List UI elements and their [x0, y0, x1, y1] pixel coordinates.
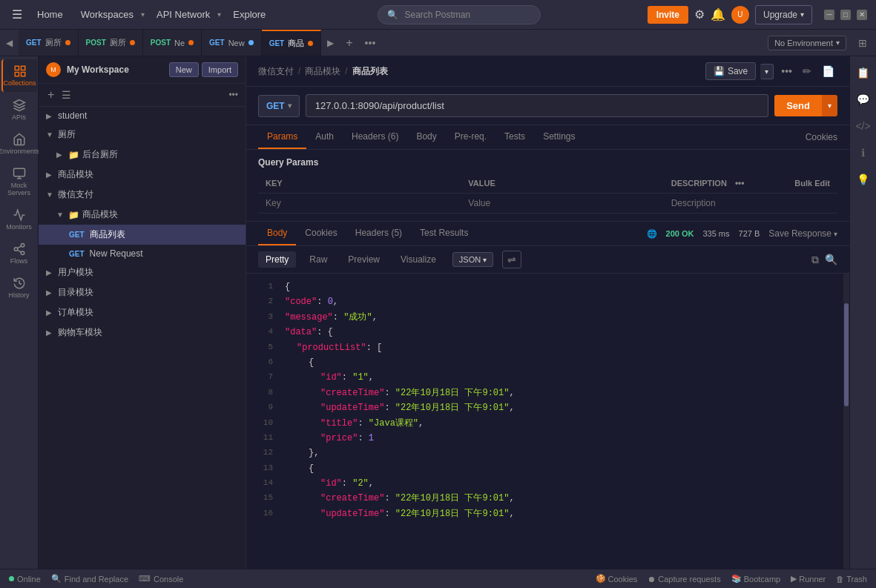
new-button[interactable]: New — [169, 62, 199, 77]
tab-body[interactable]: Body — [407, 125, 445, 149]
breadcrumb-item-2[interactable]: 商品模块 — [305, 65, 340, 78]
bootcamp-button[interactable]: 📚 Bootcamp — [731, 574, 781, 584]
sidebar-item-apis[interactable]: APIs — [1, 93, 37, 126]
save-response-button[interactable]: Save Response ▾ — [768, 228, 837, 239]
home-link[interactable]: Home — [31, 6, 69, 23]
description-more-icon[interactable]: ••• — [735, 178, 745, 188]
capture-requests-button[interactable]: ⏺ Capture requests — [648, 575, 720, 584]
right-panel-icon-1[interactable]: 📋 — [852, 62, 874, 83]
resp-tab-test-results[interactable]: Test Results — [411, 222, 477, 245]
sidebar-item-monitors[interactable]: Monitors — [1, 203, 37, 236]
hamburger-icon[interactable]: ☰ — [9, 4, 25, 24]
tree-item-wechat[interactable]: ▼ 微信支付 — [39, 185, 246, 205]
send-button[interactable]: Send — [774, 95, 822, 116]
tab-5[interactable]: GET 商品 — [262, 30, 322, 56]
minimize-button[interactable]: ─ — [824, 10, 834, 20]
format-preview[interactable]: Preview — [340, 251, 387, 268]
tree-item-new-request[interactable]: GET New Request — [39, 245, 246, 262]
url-input[interactable] — [306, 94, 769, 117]
bulk-edit-button[interactable]: Bulk Edit — [794, 179, 830, 188]
close-button[interactable]: ✕ — [857, 10, 867, 20]
sidebar-item-environments[interactable]: Environments — [1, 128, 37, 160]
settings-icon[interactable]: ⚙ — [694, 7, 705, 22]
tab-params[interactable]: Params — [258, 125, 306, 149]
tree-item-shangpin-collection[interactable]: ▶ 商品模块 — [39, 165, 246, 185]
cookies-button[interactable]: 🍪 Cookies — [596, 574, 638, 584]
workspaces-menu[interactable]: Workspaces — [75, 6, 139, 23]
format-pretty[interactable]: Pretty — [258, 251, 296, 268]
tab-headers[interactable]: Headers (6) — [343, 125, 407, 149]
breadcrumb-item-1[interactable]: 微信支付 — [258, 65, 294, 78]
sidebar-item-flows[interactable]: Flows — [1, 237, 37, 270]
tab-next-icon[interactable]: ▶ — [321, 38, 340, 48]
right-panel-icon-4[interactable]: ℹ — [857, 142, 869, 163]
more-actions-button[interactable]: ••• — [778, 62, 795, 80]
explore-link[interactable]: Explore — [227, 6, 271, 23]
edit-name-button[interactable]: ✏ — [800, 62, 814, 80]
api-network-menu[interactable]: API Network — [151, 6, 216, 23]
env-selector[interactable]: No Environment ▾ — [768, 36, 846, 50]
avatar[interactable]: U — [731, 6, 749, 24]
cookies-link[interactable]: Cookies — [806, 132, 837, 142]
invite-button[interactable]: Invite — [648, 6, 688, 24]
tab-tests[interactable]: Tests — [495, 125, 534, 149]
resp-tab-cookies[interactable]: Cookies — [296, 222, 346, 245]
sidebar-item-history[interactable]: History — [1, 271, 37, 304]
tree-item-catalog[interactable]: ▶ 目录模块 — [39, 283, 246, 303]
more-tabs-icon[interactable]: ••• — [359, 37, 382, 49]
trash-button[interactable]: 🗑 Trash — [836, 575, 867, 584]
method-selector[interactable]: GET ▾ — [258, 95, 300, 117]
search-response-button[interactable]: 🔍 — [825, 254, 837, 266]
save-dropdown-button[interactable]: ▾ — [760, 64, 774, 79]
tree-item-student[interactable]: ▶ student — [39, 107, 246, 125]
word-wrap-button[interactable]: ⇌ — [502, 251, 521, 268]
bell-icon[interactable]: 🔔 — [711, 7, 725, 22]
resp-tab-body[interactable]: Body — [258, 222, 296, 245]
value-input[interactable] — [468, 198, 656, 208]
tree-item-shangpin-folder[interactable]: ▼ 📁 商品模块 — [39, 205, 246, 225]
sidebar-item-collections[interactable]: Collections — [1, 59, 37, 92]
tree-item-product-list[interactable]: GET 商品列表 — [39, 225, 246, 245]
right-panel-icon-2[interactable]: 💬 — [852, 89, 874, 110]
copy-response-button[interactable]: ⧉ — [811, 254, 819, 266]
tab-settings[interactable]: Settings — [534, 125, 584, 149]
save-button[interactable]: 💾 Save — [705, 62, 756, 80]
upgrade-button[interactable]: Upgrade ▾ — [755, 5, 812, 24]
maximize-button[interactable]: □ — [840, 10, 851, 20]
tab-4[interactable]: GET New — [202, 30, 262, 56]
console-button[interactable]: ⌨ Console — [139, 574, 183, 584]
tab-prev-icon[interactable]: ◀ — [0, 38, 19, 48]
format-raw[interactable]: Raw — [302, 251, 335, 268]
key-input[interactable] — [266, 198, 453, 208]
right-panel-icon-5[interactable]: 💡 — [852, 169, 874, 190]
tab-3[interactable]: POST Ne — [143, 30, 202, 56]
new-tab-icon[interactable]: + — [340, 36, 358, 50]
tab-2[interactable]: POST 厕所 — [79, 30, 143, 56]
import-button[interactable]: Import — [202, 62, 238, 77]
resp-tab-headers[interactable]: Headers (5) — [346, 222, 411, 245]
format-visualize[interactable]: Visualize — [393, 251, 444, 268]
more-options-button[interactable]: ••• — [228, 90, 238, 100]
tree-item-user[interactable]: ▶ 用户模块 — [39, 262, 246, 283]
online-status[interactable]: Online — [9, 575, 41, 584]
tree-item-cesuo[interactable]: ▼ 厕所 — [39, 125, 246, 145]
tab-auth[interactable]: Auth — [306, 125, 343, 149]
search-bar[interactable]: 🔍 Search Postman — [277, 5, 641, 24]
tree-item-cart[interactable]: ▶ 购物车模块 — [39, 323, 246, 343]
send-options-button[interactable]: ▾ — [822, 95, 837, 116]
right-panel-icon-3[interactable]: </> — [851, 116, 875, 136]
filter-button[interactable]: ☰ — [60, 89, 73, 101]
tree-item-order[interactable]: ▶ 订单模块 — [39, 303, 246, 323]
tree-item-houtai[interactable]: ▶ 📁 后台厕所 — [39, 145, 246, 165]
secondary-pane-icon[interactable]: ⊞ — [852, 37, 873, 49]
find-replace-button[interactable]: 🔍 Find and Replace — [51, 574, 128, 584]
tab-1[interactable]: GET 厕所 — [19, 30, 79, 56]
add-collection-button[interactable]: + — [46, 88, 56, 102]
json-format-selector[interactable]: JSON ▾ — [452, 252, 493, 267]
runner-button[interactable]: ▶ Runner — [791, 574, 826, 584]
scroll-thumb[interactable] — [844, 303, 849, 406]
description-input[interactable] — [671, 198, 830, 208]
description-button[interactable]: 📄 — [819, 62, 837, 80]
tab-prereq[interactable]: Pre-req. — [446, 125, 495, 149]
sidebar-item-mock-servers[interactable]: Mock Servers — [1, 162, 37, 202]
